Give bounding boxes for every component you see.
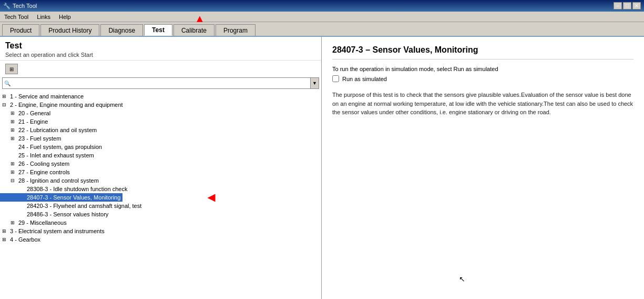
tree-item[interactable]: ⊞3 - Electrical system and instruments [0,227,321,235]
tree-item-label: 28 - Ignition and control system [18,177,99,184]
tree-expand-icon: ⊞ [2,228,8,234]
search-dropdown-button[interactable]: ▼ [310,78,319,88]
red-arrow-left-indicator: ◀ [208,192,215,203]
description-text: The purpose of this test is to check tha… [332,91,633,117]
tree-item-label: 28420-3 - Flywheel and camshaft signal, … [27,203,141,209]
tree-expand-icon: ⊞ [11,111,17,116]
tab-program[interactable]: Program [216,24,255,36]
title-bar: 🔧 Tech Tool – □ ✕ [0,0,644,12]
tab-diagnose[interactable]: Diagnose [100,24,143,36]
tree-item[interactable]: ⊞1 - Service and maintenance [0,92,321,101]
maximize-button[interactable]: □ [623,2,631,9]
tree-item-label: 28308-3 - Idle shutdown function check [27,186,127,192]
expand-all-button[interactable]: ⊞ [5,64,18,74]
simulate-check-row: Run as simulated [332,75,633,82]
tree-item[interactable]: 25 - Inlet and exhaust system [0,151,321,160]
tree-expand-icon: ⊟ [11,178,17,183]
search-icon: 🔍 [3,78,12,88]
close-button[interactable]: ✕ [632,2,641,9]
tree-item[interactable]: ⊞20 - General [0,109,321,117]
tree-expand-icon: ⊞ [11,220,17,225]
tree-expand-icon: ⊞ [11,119,17,124]
menu-links[interactable]: Links [35,13,53,21]
minimize-button[interactable]: – [614,2,622,9]
tree-item-label: 23 - Fuel system [18,135,61,142]
tree-expand-icon: ⊞ [11,136,17,141]
tree-item-label: 22 - Lubrication and oil system [18,127,97,133]
tree-item[interactable]: 28420-3 - Flywheel and camshaft signal, … [0,202,321,210]
main-layout: Test Select an operation and click Start… [0,37,644,299]
tree-item[interactable]: 24 - Fuel system, gas propulsion [0,143,321,151]
tree-item-label: 27 - Engine controls [18,169,70,175]
tree-item[interactable]: 28407-3 - Sensor Values, Monitoring [0,193,122,202]
tab-product-history[interactable]: Product History [40,24,99,36]
tree-item-label: 25 - Inlet and exhaust system [18,152,94,158]
expand-icon: ⊞ [9,66,14,72]
tab-test[interactable]: Test [144,24,172,36]
tree-item-label: 24 - Fuel system, gas propulsion [18,144,102,150]
tree-expand-icon: ⊞ [2,237,8,242]
tree-item-label: 28486-3 - Sensor values history [27,211,108,217]
tab-product[interactable]: Product [2,24,39,36]
tree-item[interactable]: ⊞29 - Miscellaneous [0,218,321,227]
tree-item[interactable]: ⊞22 - Lubrication and oil system [0,126,321,134]
tree-item[interactable]: ⊞4 - Gearbox [0,235,321,244]
left-header: Test Select an operation and click Start [0,37,321,61]
tree-item[interactable]: ⊞21 - Engine [0,117,321,126]
menu-help[interactable]: Help [57,13,73,21]
left-panel: Test Select an operation and click Start… [0,37,322,299]
panel-subtitle: Select an operation and click Start [5,52,316,58]
tree-container: ⊞1 - Service and maintenance⊟2 - Engine,… [0,91,321,299]
tree-item-label: 29 - Miscellaneous [18,220,67,226]
simulate-section: To run the operation in simulation mode,… [332,66,633,82]
tree-expand-icon: ⊞ [11,170,17,175]
cursor-icon: ↖ [459,275,465,283]
tree-item[interactable]: ⊟2 - Engine, Engine mounting and equipme… [0,101,321,109]
search-input[interactable] [12,79,310,87]
app-icon: 🔧 [3,3,11,9]
tree-item[interactable]: ⊞26 - Cooling system [0,160,321,168]
title-left: 🔧 Tech Tool [3,3,37,9]
tree-item-label: 28407-3 - Sensor Values, Monitoring [27,194,120,201]
tree-item-label: 26 - Cooling system [18,161,69,167]
menu-techtool[interactable]: Tech Tool [2,13,30,21]
simulate-prompt: To run the operation in simulation mode,… [332,66,633,72]
tree-item[interactable]: ⊞23 - Fuel system [0,134,321,143]
simulate-check-label: Run as simulated [342,76,387,82]
tree-expand-icon: ⊞ [11,127,17,133]
right-panel: 28407-3 – Sensor Values, Monitoring To r… [322,37,644,299]
menu-bar: Tech Tool Links Help [0,12,644,22]
search-bar: 🔍 ▼ [2,77,319,89]
right-panel-title: 28407-3 – Sensor Values, Monitoring [332,45,633,59]
tree-item[interactable]: ⊟28 - Ignition and control system [0,176,321,185]
tree-item[interactable]: 28308-3 - Idle shutdown function check [0,185,321,193]
nav-tabs: ▲ Product Product History Diagnose Test … [0,22,644,37]
window-controls: – □ ✕ [614,2,641,9]
tree-item[interactable]: ⊞27 - Engine controls [0,168,321,176]
tree-item-label: 21 - Engine [18,118,48,125]
tree-item-label: 1 - Service and maintenance [10,93,84,99]
tree-expand-icon: ⊞ [11,161,17,166]
tree-expand-icon: ⊟ [2,102,8,107]
app-title: Tech Tool [13,3,37,9]
tab-calibrate[interactable]: Calibrate [173,24,214,36]
tree-item[interactable]: 28486-3 - Sensor values history [0,210,321,218]
simulate-checkbox[interactable] [332,75,339,82]
tree-item-label: 20 - General [18,110,50,116]
tree-item-label: 4 - Gearbox [10,236,40,243]
tree-expand-icon: ⊞ [2,94,8,99]
panel-title: Test [5,41,316,51]
tree-item-label: 3 - Electrical system and instruments [10,228,105,234]
tree-item-label: 2 - Engine, Engine mounting and equipmen… [10,102,123,108]
